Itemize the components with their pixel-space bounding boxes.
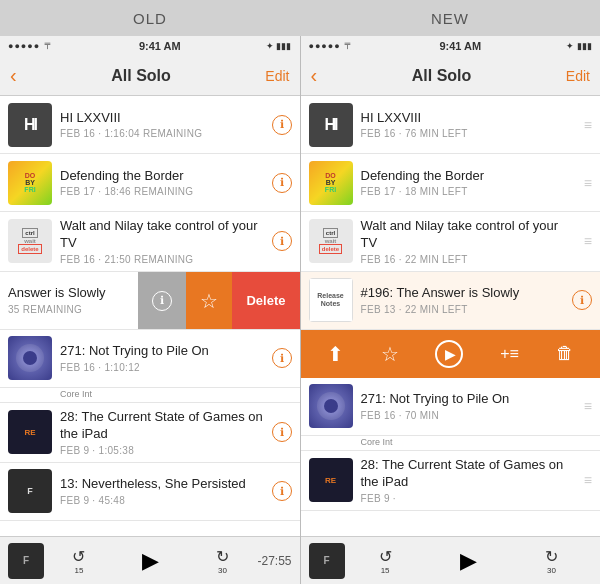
left-swipe-content: Answer is Slowly 35 REMAINING [0,272,138,329]
left-swipe-title: Answer is Slowly [8,285,130,302]
right-meta-271: FEB 16 · 70 MIN [361,410,578,421]
right-drag-hi[interactable]: ≡ [584,117,592,133]
right-title-28: 28: The Current State of Games on the iP… [361,457,578,491]
left-meta-271: FEB 16 · 1:10:12 [60,362,272,373]
relnotes-line2: Notes [321,300,340,308]
right-skip-back-button[interactable]: ↺ 15 [379,547,392,575]
left-player-thumb: F [8,543,44,579]
right-action-toolbar: ⬆ ☆ ▶ +≡ 🗑 [301,330,601,378]
right-drag-defending[interactable]: ≡ [584,175,592,191]
right-signal-dots: ●●●●● 〒 [309,40,355,53]
toolbar-play-button[interactable]: ▶ [435,340,463,368]
left-player-bar: F ↺ 15 ▶ ↻ 30 -27:55 [0,536,300,584]
left-episode-hi[interactable]: HI HI LXXVIII FEB 16 · 1:16:04 REMAINING… [0,96,300,154]
left-skip-back-button[interactable]: ↺ 15 [72,547,85,575]
left-thumb-28: RE [8,410,52,454]
left-back-button[interactable]: ‹ [10,64,17,87]
play-circle-icon: ▶ [435,340,463,368]
left-info-walt[interactable]: ℹ [272,231,292,251]
right-title-defending: Defending the Border [361,168,578,185]
right-back-button[interactable]: ‹ [311,64,318,87]
toolbar-star-button[interactable]: ☆ [381,342,399,366]
left-status-bar: ●●●●● 〒 9:41 AM ✦ ▮▮▮ [0,36,300,56]
right-episode-defending[interactable]: DO BY FRI Defending the Border FEB 17 · … [301,154,601,212]
right-title-hi: HI LXXVIII [361,110,578,127]
left-panel: ●●●●● 〒 9:41 AM ✦ ▮▮▮ ‹ All Solo Edit HI… [0,36,301,584]
left-thumb-271 [8,336,52,380]
left-title-defending: Defending the Border [60,168,272,185]
right-thumb-28: RE [309,458,353,502]
left-nav-title: All Solo [111,67,171,85]
right-skip-fwd-button[interactable]: ↻ 30 [545,547,558,575]
left-edit-button[interactable]: Edit [265,68,289,84]
toolbar-share-button[interactable]: ⬆ [327,342,344,366]
right-drag-walt[interactable]: ≡ [584,233,592,249]
right-panel: ●●●●● 〒 9:41 AM ✦ ▮▮▮ ‹ All Solo Edit HI… [301,36,601,584]
right-nav-title: All Solo [412,67,472,85]
right-meta-walt: FEB 16 · 22 MIN LEFT [361,254,578,265]
right-episode-hi[interactable]: HI HI LXXVIII FEB 16 · 76 MIN LEFT ≡ [301,96,601,154]
new-label: NEW [300,0,600,36]
left-meta-walt: FEB 16 · 21:50 REMAINING [60,254,272,265]
right-meta-defending: FEB 17 · 18 MIN LEFT [361,186,578,197]
comparison-header: OLD NEW [0,0,600,36]
right-thumb-271 [309,384,353,428]
right-title-271: 271: Not Trying to Pile On [361,391,578,408]
left-info-hi[interactable]: ℹ [272,115,292,135]
left-info-28[interactable]: ℹ [272,422,292,442]
left-core-label-271: Core Int [0,388,300,403]
left-nav-bar: ‹ All Solo Edit [0,56,300,96]
left-episode-13[interactable]: F 13: Nevertheless, She Persisted FEB 9 … [0,463,300,521]
right-core-label-271: Core Int [301,436,601,451]
swipe-info-button[interactable]: ℹ [138,272,186,330]
left-episode-271[interactable]: 271: Not Trying to Pile On FEB 16 · 1:10… [0,330,300,388]
left-time: 9:41 AM [139,40,181,52]
left-skip-fwd-button[interactable]: ↻ 30 [216,547,229,575]
swipe-star-button[interactable]: ☆ [186,272,232,330]
left-meta-13: FEB 9 · 45:48 [60,495,272,506]
right-meta-answer: FEB 13 · 22 MIN LEFT [361,304,573,315]
star-icon: ☆ [200,289,218,313]
left-episode-list: HI HI LXXVIII FEB 16 · 1:16:04 REMAINING… [0,96,300,536]
swipe-action-buttons: ℹ ☆ Delete [138,272,299,329]
left-episode-defending[interactable]: DO BY FRI Defending the Border FEB 17 · … [0,154,300,212]
left-episode-28[interactable]: RE 28: The Current State of Games on the… [0,403,300,463]
trash-icon: 🗑 [556,343,574,364]
left-info-271[interactable]: ℹ [272,348,292,368]
right-episode-28[interactable]: RE 28: The Current State of Games on the… [301,451,601,511]
left-info-13[interactable]: ℹ [272,481,292,501]
right-time: 9:41 AM [439,40,481,52]
left-battery: ✦ ▮▮▮ [266,41,292,51]
left-title-13: 13: Nevertheless, She Persisted [60,476,272,493]
right-thumb-answer: Release Notes [309,278,353,322]
right-episode-271[interactable]: 271: Not Trying to Pile On FEB 16 · 70 M… [301,378,601,436]
left-meta-defending: FEB 17 · 18:46 REMAINING [60,186,272,197]
left-info-defending[interactable]: ℹ [272,173,292,193]
toolbar-add-button[interactable]: +≡ [500,345,519,363]
right-battery: ✦ ▮▮▮ [566,41,592,51]
star-icon: ☆ [381,342,399,366]
right-thumb-walt: ctrl wait delete [309,219,353,263]
right-episode-walt[interactable]: ctrl wait delete Walt and Nilay take con… [301,212,601,272]
right-info-answer[interactable]: ℹ [572,290,592,310]
add-to-playlist-icon: +≡ [500,345,519,363]
right-drag-28[interactable]: ≡ [584,472,592,488]
right-thumb-defending: DO BY FRI [309,161,353,205]
left-episode-walt[interactable]: ctrl wait delete Walt and Nilay take con… [0,212,300,272]
left-thumb-defending: DO BY FRI [8,161,52,205]
left-title-271: 271: Not Trying to Pile On [60,343,272,360]
right-drag-271[interactable]: ≡ [584,398,592,414]
left-title-hi: HI LXXVIII [60,110,272,127]
swipe-delete-button[interactable]: Delete [232,272,299,330]
left-signal-dots: ●●●●● 〒 [8,40,54,53]
left-play-button[interactable]: ▶ [142,548,159,574]
right-meta-hi: FEB 16 · 76 MIN LEFT [361,128,578,139]
left-swipe-row[interactable]: Answer is Slowly 35 REMAINING ℹ ☆ Delete [0,272,300,330]
left-thumb-hi: HI [8,103,52,147]
right-edit-button[interactable]: Edit [566,68,590,84]
left-thumb-13: F [8,469,52,513]
right-play-button[interactable]: ▶ [460,548,477,574]
right-episode-answer[interactable]: Release Notes #196: The Answer is Slowly… [301,272,601,330]
right-title-walt: Walt and Nilay take control of your TV [361,218,578,252]
toolbar-delete-button[interactable]: 🗑 [556,343,574,364]
